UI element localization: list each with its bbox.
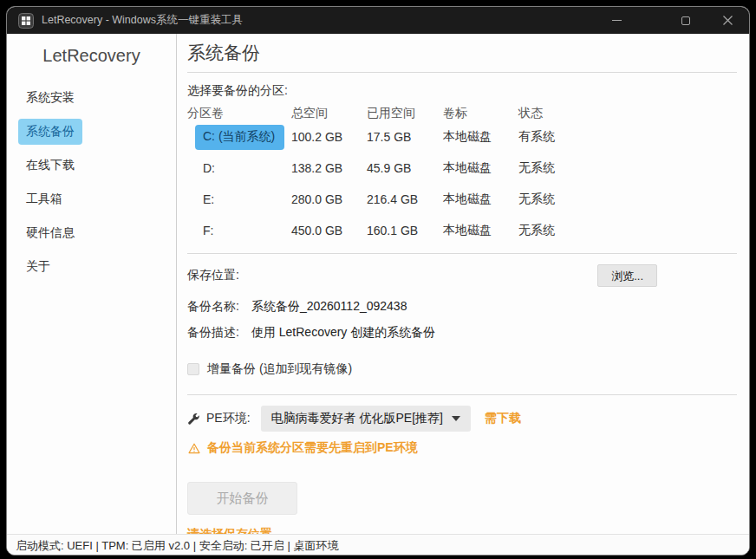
pe-env-selected-option: 电脑病毒爱好者 优化版PE[推荐]: [271, 411, 443, 426]
app-icon: [18, 13, 34, 29]
minimize-icon: [612, 20, 622, 21]
partition-row-c[interactable]: C: (当前系统) 100.2 GB 17.5 GB 本地磁盘 有系统: [187, 121, 737, 153]
partition-section-label: 选择要备份的分区:: [187, 83, 737, 101]
save-location-hint: 请选择保存位置: [187, 527, 737, 534]
statusbar-text: 启动模式: UEFI | TPM: 已启用 v2.0 | 安全启动: 已开启 |…: [16, 538, 338, 554]
partition-volume: D:: [195, 157, 225, 180]
pe-env-dropdown[interactable]: 电脑病毒爱好者 优化版PE[推荐]: [261, 406, 471, 432]
column-header-volume: 分区卷: [187, 106, 291, 121]
partition-used: 45.9 GB: [367, 161, 443, 175]
chevron-down-icon: [452, 416, 460, 421]
column-header-total: 总空间: [291, 106, 367, 121]
divider: [187, 253, 737, 254]
sidebar-item-system-backup[interactable]: 系统备份: [18, 119, 82, 145]
sidebar: LetRecovery 系统安装 系统备份 在线下载 工具箱 硬件信息 关于: [7, 34, 177, 534]
divider: [187, 394, 737, 395]
partition-status: 无系统: [518, 160, 737, 176]
download-required-badge: 需下载: [485, 411, 521, 426]
sidebar-nav: 系统安装 系统备份 在线下载 工具箱 硬件信息 关于: [7, 85, 176, 280]
partition-label: 本地磁盘: [443, 160, 518, 176]
app-brand: LetRecovery: [7, 46, 176, 66]
wrench-icon: [187, 413, 200, 426]
backup-desc-label: 备份描述:: [187, 325, 239, 341]
sidebar-item-online-download[interactable]: 在线下载: [18, 153, 82, 179]
partition-total: 450.0 GB: [291, 224, 367, 237]
partition-table: C: (当前系统) 100.2 GB 17.5 GB 本地磁盘 有系统 D: 1…: [187, 121, 737, 237]
window-controls: [608, 7, 738, 34]
incremental-checkbox[interactable]: [187, 363, 199, 375]
divider: [187, 72, 737, 73]
incremental-label: 增量备份 (追加到现有镜像): [207, 361, 352, 377]
save-location-label: 保存位置:: [187, 268, 239, 283]
backup-name-label: 备份名称:: [187, 299, 239, 315]
window-title: LetRecovery - Windows系统一键重装工具: [42, 13, 243, 28]
warning-triangle-icon: [187, 442, 201, 455]
maximize-icon: [681, 16, 690, 25]
partition-volume: F:: [195, 219, 223, 238]
partition-volume: C: (当前系统): [195, 125, 284, 150]
titlebar: LetRecovery - Windows系统一键重装工具: [7, 7, 749, 34]
partition-used: 160.1 GB: [367, 224, 443, 237]
partition-row-f[interactable]: F: 450.0 GB 160.1 GB 本地磁盘 无系统: [187, 215, 737, 237]
sidebar-item-toolbox[interactable]: 工具箱: [18, 186, 70, 212]
partition-row-d[interactable]: D: 138.2 GB 45.9 GB 本地磁盘 无系统: [187, 153, 737, 184]
partition-label: 本地磁盘: [443, 192, 518, 207]
backup-name-value[interactable]: 系统备份_20260112_092438: [251, 299, 407, 315]
column-header-label: 卷标: [443, 106, 518, 121]
partition-used: 17.5 GB: [367, 130, 443, 144]
partition-used: 216.4 GB: [367, 192, 443, 206]
partition-label: 本地磁盘: [443, 223, 518, 237]
minimize-button[interactable]: [608, 12, 625, 29]
backup-desc-value[interactable]: 使用 LetRecovery 创建的系统备份: [251, 325, 435, 341]
warning-text: 备份当前系统分区需要先重启到PE环境: [207, 440, 418, 456]
partition-label: 本地磁盘: [443, 129, 518, 145]
statusbar: 启动模式: UEFI | TPM: 已启用 v2.0 | 安全启动: 已开启 |…: [7, 534, 749, 556]
partition-total: 280.0 GB: [291, 192, 367, 206]
sidebar-item-hardware-info[interactable]: 硬件信息: [18, 220, 82, 246]
main-content: 系统备份 选择要备份的分区: 分区卷 总空间 已用空间 卷标 状态 C: (当前…: [177, 34, 749, 534]
column-header-status: 状态: [518, 106, 737, 121]
partition-volume: E:: [195, 188, 224, 211]
partition-status: 有系统: [518, 129, 737, 145]
app-window: LetRecovery - Windows系统一键重装工具 LetRecover…: [6, 6, 750, 556]
close-button[interactable]: [719, 12, 736, 29]
maximize-button[interactable]: [677, 12, 694, 29]
browse-button[interactable]: 浏览...: [597, 264, 657, 287]
start-backup-button[interactable]: 开始备份: [187, 482, 297, 515]
sidebar-item-about[interactable]: 关于: [18, 254, 58, 280]
partition-table-header: 分区卷 总空间 已用空间 卷标 状态: [187, 106, 737, 121]
partition-status: 无系统: [518, 192, 737, 207]
sidebar-item-system-install[interactable]: 系统安装: [18, 85, 82, 111]
column-header-used: 已用空间: [367, 106, 443, 121]
page-title: 系统备份: [187, 42, 737, 63]
close-icon: [722, 15, 733, 26]
partition-status: 无系统: [518, 223, 737, 237]
pe-env-label: PE环境:: [206, 411, 251, 426]
partition-total: 100.2 GB: [291, 130, 367, 144]
partition-total: 138.2 GB: [291, 161, 367, 175]
partition-row-e[interactable]: E: 280.0 GB 216.4 GB 本地磁盘 无系统: [187, 184, 737, 215]
